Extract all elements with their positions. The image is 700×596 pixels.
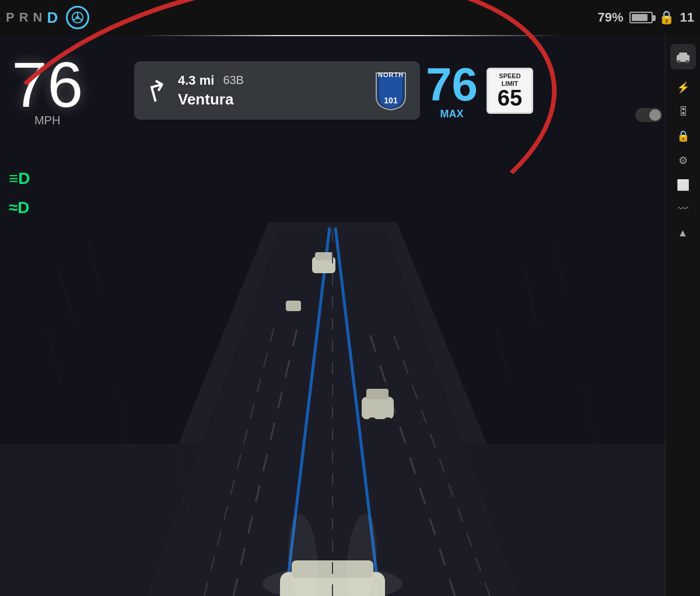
gear-D-active: D [47,9,59,27]
gear-R: R [19,10,30,25]
svg-rect-17 [315,252,332,260]
settings-gear-icon[interactable]: ⚙ [678,154,688,167]
steering-wheel-icon [71,11,84,24]
svg-point-35 [76,16,80,19]
speed-right-panel: 76 MAX SPEEDLIMIT 65 [426,61,533,120]
lock-icon: 🔒 [659,10,674,25]
climate-icon[interactable]: 〰 [678,203,688,215]
speed-number: 76 [12,53,83,117]
gear-selector: P R N D [6,9,59,27]
gear-P: P [6,10,16,25]
highway-number: 101 [373,96,408,105]
nav-distance: 4.3 mi [178,73,214,88]
speed-limit-label: SPEEDLIMIT [493,72,527,86]
speed-limit-number: 65 [493,87,527,109]
svg-rect-40 [679,53,687,57]
svg-rect-22 [286,301,301,311]
current-speed-large: 76 [426,61,478,108]
svg-rect-18 [362,397,394,419]
status-bar: P R N D 79% 🔒 11 [0,0,700,35]
nav-info: 4.3 mi 63B Ventura [178,73,244,109]
nav-destination: Ventura [178,90,244,109]
svg-line-38 [79,18,83,20]
svg-point-20 [369,417,376,421]
security-lock-icon[interactable]: 🔒 [677,130,690,142]
highway-direction: NORTH [373,71,408,78]
navigation-panel[interactable]: ↱ 4.3 mi 63B Ventura NORTH 101 [134,61,420,120]
nav-turn-arrow: ↱ [142,72,173,109]
high-beam-indicator: ≡D [9,169,30,188]
autopilot-button[interactable] [66,6,89,29]
battery-icon [629,12,653,23]
nav-exit: 63B [223,74,244,87]
svg-line-37 [73,18,76,20]
display-icon[interactable]: ⬜ [677,179,690,191]
speed-limit-sign: SPEEDLIMIT 65 [487,68,533,113]
fog-light-indicator: ≈D [9,198,30,217]
nav-up-icon[interactable]: ▲ [678,227,688,239]
left-indicators: ≡D ≈D [9,169,30,217]
max-speed-block: 76 MAX [426,61,478,120]
gear-N: N [33,10,44,25]
svg-rect-19 [366,389,388,399]
lightning-icon[interactable]: ⚡ [677,81,690,94]
car-view-button[interactable] [670,44,696,69]
svg-point-21 [384,417,391,421]
battery-percent: 79% [597,10,623,25]
time-display: 11 [680,10,694,25]
steering-control-icon[interactable]: 🎛 [678,106,688,118]
speed-display: 76 MPH [12,53,83,127]
fog-light-icon: ≈D [9,198,30,217]
battery-area: 79% 🔒 11 [597,10,694,25]
toggle-knob [649,109,661,121]
max-label: MAX [440,108,463,120]
toggle-area [635,108,662,122]
right-sidebar: ⚡ 🎛 🔒 ⚙ ⬜ 〰 ▲ [665,35,700,596]
high-beam-icon: ≡D [9,169,30,188]
highway-shield: NORTH 101 [373,70,408,111]
toggle-button[interactable] [635,108,662,122]
